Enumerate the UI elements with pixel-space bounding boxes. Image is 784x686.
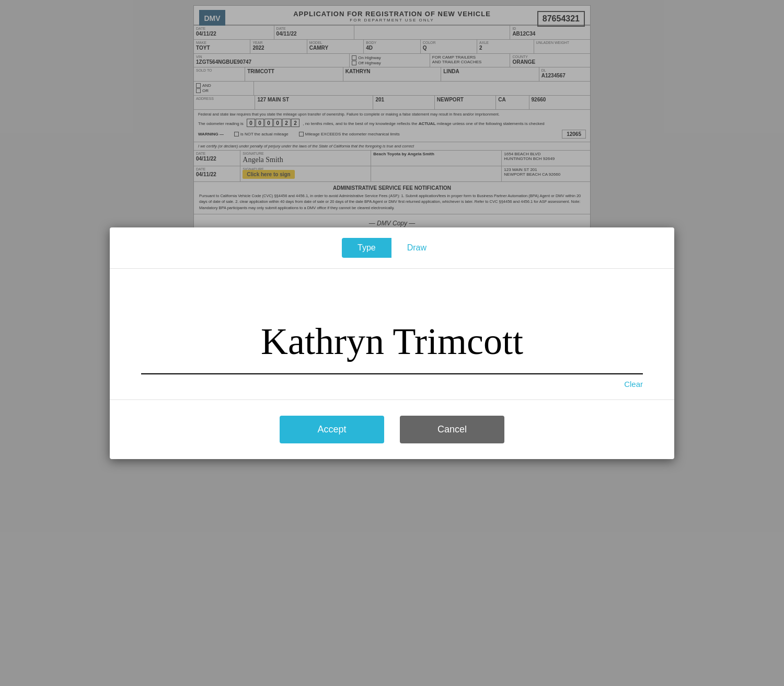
cancel-button[interactable]: Cancel xyxy=(400,416,504,443)
accept-button[interactable]: Accept xyxy=(280,416,384,443)
clear-button[interactable]: Clear xyxy=(624,380,643,388)
tab-draw-button[interactable]: Draw xyxy=(391,238,442,258)
clear-button-container: Clear xyxy=(110,374,674,394)
signature-area: Kathryn Trimcott xyxy=(110,269,674,373)
modal-tabs: Type Draw xyxy=(110,227,674,269)
signature-text: Kathryn Trimcott xyxy=(141,321,643,368)
modal-actions: Accept Cancel xyxy=(110,400,674,459)
tab-type-button[interactable]: Type xyxy=(342,238,391,258)
modal-overlay: Type Draw Kathryn Trimcott Clear Accept … xyxy=(0,0,784,686)
signature-modal: Type Draw Kathryn Trimcott Clear Accept … xyxy=(110,227,674,459)
